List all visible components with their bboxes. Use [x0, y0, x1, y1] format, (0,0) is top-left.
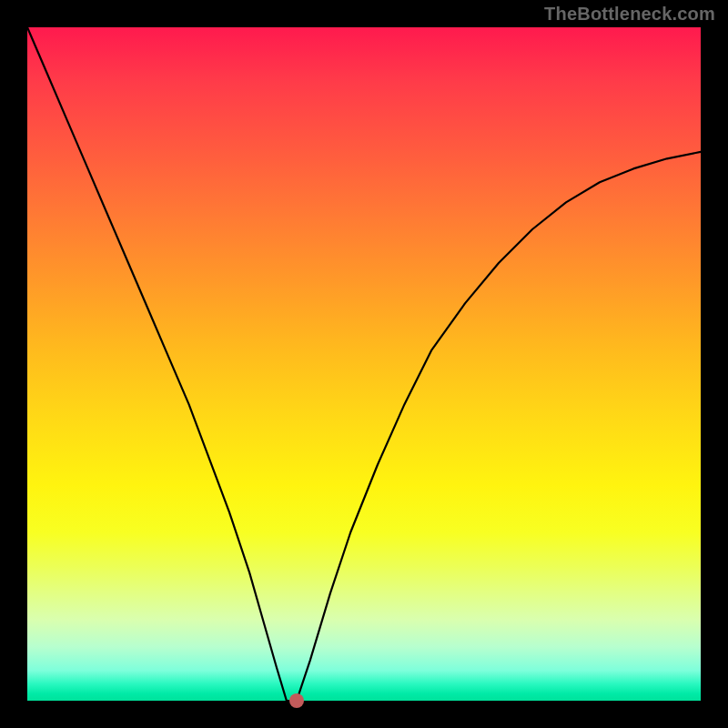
watermark-text: TheBottleneck.com	[544, 4, 715, 25]
chart-stage: TheBottleneck.com	[0, 0, 728, 728]
optimal-point-marker	[289, 693, 304, 708]
bottleneck-curve-svg	[27, 27, 701, 701]
bottleneck-curve-path	[27, 27, 701, 701]
